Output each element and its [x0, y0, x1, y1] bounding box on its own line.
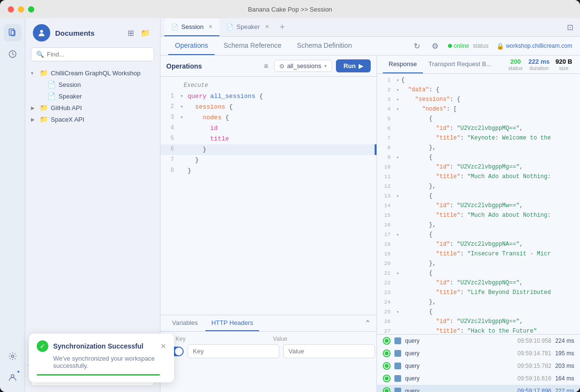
nav-tab-schema-definition[interactable]: Schema Definition	[290, 37, 359, 55]
folder-spacexApi-item[interactable]: ▶ 📁 SpaceX API	[25, 113, 160, 125]
file-speaker-item[interactable]: 📄 Speaker	[33, 90, 160, 102]
tab-speaker-close[interactable]: ✕	[265, 24, 269, 30]
history-item-5[interactable]: query 09:59:17.896 222 ms	[377, 385, 580, 392]
chevron-down-icon[interactable]: ▾	[178, 103, 186, 111]
query-type-icon	[394, 375, 401, 382]
history-item-2[interactable]: query 09:59:14.781 195 ms	[377, 347, 580, 360]
run-button-label: Run	[344, 62, 356, 70]
status-group: ↻ ⚙ online status 🔒 workshop.chillicream…	[412, 40, 572, 53]
tab-transport[interactable]: Transport Request B...	[423, 56, 497, 73]
format-button[interactable]: ≡	[262, 61, 270, 71]
tab-variables[interactable]: Variables	[166, 315, 203, 331]
chevron-down-icon: ▾	[31, 70, 37, 76]
maximize-button[interactable]	[28, 6, 34, 13]
settings-icon[interactable]	[4, 348, 21, 365]
status-indicator	[448, 44, 452, 48]
tab-speaker[interactable]: 📄 Speaker ✕	[219, 18, 276, 36]
history-item-4[interactable]: query 09:59:16.616 164 ms	[377, 372, 580, 385]
stat-size: 920 B size	[555, 58, 572, 71]
code-content-5: title	[186, 134, 377, 144]
window-title: Banana Cake Pop >> Session	[248, 6, 332, 13]
notification-close-button[interactable]: ✕	[160, 342, 166, 350]
history-duration: 164 ms	[555, 375, 574, 382]
history-duration: 224 ms	[555, 337, 574, 344]
json-line-14: 14 "id": "U2Vzc2lvbgppMw==",	[377, 201, 580, 211]
json-line-21: 21 ▾ {	[377, 269, 580, 279]
tab-session-close[interactable]: ✕	[208, 24, 213, 30]
bottom-panel: Variables HTTP Headers ⌃ Key Value	[160, 315, 377, 392]
history-item-3[interactable]: query 09:59:15.782 203 ms	[377, 360, 580, 372]
code-line-7: 7 }	[160, 155, 377, 166]
history-label: query	[405, 350, 514, 357]
document-tree: ▾ 📁 ChilliCream GraphQL Workshop 📄 Sessi…	[25, 65, 160, 365]
history-time: 09:59:14.781	[518, 350, 551, 357]
folder-githubApi-label: GitHub API	[51, 104, 82, 112]
tab-http-headers[interactable]: HTTP Headers	[205, 315, 259, 331]
code-editor[interactable]: Execute 1 ▾ query all_sessions { 2 ▾ ses…	[160, 77, 377, 315]
search-box[interactable]: 🔍	[31, 47, 154, 61]
line-number: 8	[160, 166, 178, 175]
session-selector[interactable]: ⊙ all_sessions ▾	[274, 60, 332, 72]
json-line-27: 27 "title": "Hack to the Future"	[377, 327, 580, 334]
history-label: query	[405, 375, 514, 382]
documents-icon[interactable]	[4, 24, 21, 42]
collapse-icon[interactable]: ⌃	[364, 319, 371, 328]
tab-actions: ⊡	[564, 21, 576, 34]
json-line-26: 26 "id": "U2Vzc2lvbgppNg==",	[377, 317, 580, 327]
chevron-down-icon[interactable]: ▾	[178, 114, 186, 122]
folder-githubApi-item[interactable]: ▶ 📁 GitHub API	[25, 102, 160, 113]
new-folder-button[interactable]: 📁	[139, 28, 152, 39]
close-button[interactable]	[8, 6, 14, 13]
file-session-item[interactable]: 📄 Session	[33, 79, 160, 90]
http-key-input[interactable]	[188, 344, 279, 358]
stat-status-value: 200	[510, 58, 521, 65]
session-selector-label: all_sessions	[287, 62, 321, 70]
value-label: Value	[189, 336, 371, 342]
folder-chilliCreamWorkshop: ▾ 📁 ChilliCream GraphQL Workshop 📄 Sessi…	[25, 67, 160, 102]
settings-button[interactable]: ⚙	[430, 40, 440, 53]
code-line-4: 4 id	[160, 123, 377, 134]
check-icon	[383, 350, 391, 357]
code-content-7: }	[186, 155, 377, 166]
json-line-8: 8 },	[377, 143, 580, 153]
response-panel: Response Transport Request B... 200 stat…	[377, 56, 580, 392]
cursor-indicator	[375, 144, 377, 155]
code-content-1: query all_sessions {	[186, 92, 377, 102]
user-icon[interactable]	[4, 369, 21, 386]
json-line-25: 25 ▾ {	[377, 308, 580, 317]
folder-chilliCreamWorkshop-item[interactable]: ▾ 📁 ChilliCream GraphQL Workshop	[25, 67, 160, 79]
search-input[interactable]	[47, 51, 149, 58]
chevron-down-icon[interactable]: ▾	[178, 93, 186, 100]
new-document-button[interactable]: ⊞	[126, 28, 136, 39]
history-icon[interactable]	[4, 45, 21, 63]
tab-response[interactable]: Response	[383, 56, 423, 73]
activity-bar	[0, 18, 25, 392]
nav-tab-operations[interactable]: Operations	[168, 37, 215, 55]
json-line-13: 13 ▾ {	[377, 192, 580, 201]
folder-icon: 📁	[40, 104, 48, 112]
http-value-input[interactable]	[283, 344, 375, 358]
lock-icon: 🔒	[496, 42, 504, 50]
chevron-right-icon: ▶	[31, 117, 37, 122]
refresh-button[interactable]: ↻	[412, 40, 422, 53]
history-label: query	[405, 363, 514, 369]
line-number: 4	[160, 124, 178, 133]
split-editor-button[interactable]: ⊡	[564, 21, 576, 34]
query-panel-title: Operations	[166, 62, 258, 70]
stat-size-label: size	[559, 65, 569, 71]
tab-session[interactable]: 📄 Session ✕	[164, 18, 219, 36]
notification-header: ✓ Synchronization Successful ✕	[37, 340, 166, 352]
tab-session-label: Session	[181, 23, 203, 30]
sidebar-actions: ⊞ 📁	[126, 28, 152, 39]
app-logo	[33, 24, 50, 42]
bottom-content: Key Value ✕	[160, 332, 377, 392]
app-window: Banana Cake Pop >> Session	[0, 0, 580, 392]
history-time: 09:59:17.896	[518, 388, 551, 392]
run-button[interactable]: Run ▶	[336, 59, 371, 72]
minimize-button[interactable]	[18, 6, 24, 13]
nav-tab-schema-reference[interactable]: Schema Reference	[217, 37, 288, 55]
code-line-execute: Execute	[160, 81, 377, 91]
new-tab-button[interactable]: +	[276, 22, 289, 32]
history-item-1[interactable]: query 09:59:10.958 224 ms	[377, 335, 580, 347]
line-number: 6	[160, 145, 178, 154]
